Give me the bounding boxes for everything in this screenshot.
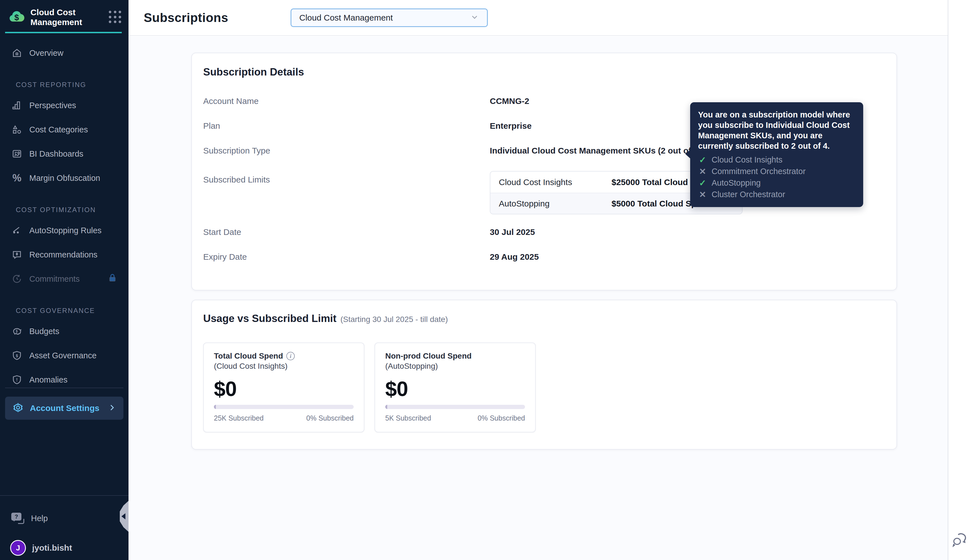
sidebar-item-margin-obfuscation[interactable]: % Margin Obfuscation bbox=[0, 166, 129, 190]
chat-support-icon[interactable] bbox=[952, 532, 968, 547]
percent-glyph: % bbox=[12, 173, 22, 183]
tooltip-text: You are on a subscription model where yo… bbox=[698, 110, 855, 151]
sidebar-item-label: Commitments bbox=[29, 274, 80, 284]
lock-icon bbox=[108, 273, 117, 285]
gear-icon bbox=[12, 402, 24, 414]
sidebar-item-label: Overview bbox=[29, 48, 63, 58]
field-value: 29 Aug 2025 bbox=[490, 252, 885, 262]
tooltip-sku-row: ✕ Commitment Orchestrator bbox=[698, 166, 855, 177]
sidebar-item-account-settings[interactable]: Account Settings bbox=[5, 397, 124, 420]
sidebar-item-label: Cost Categories bbox=[29, 125, 88, 134]
usage-progress-bar bbox=[385, 405, 525, 409]
sidebar-divider bbox=[5, 388, 124, 388]
module-grid-icon[interactable] bbox=[109, 11, 122, 24]
dashboard-image-icon bbox=[11, 148, 23, 160]
field-label: Start Date bbox=[203, 227, 490, 237]
home-icon bbox=[11, 47, 23, 58]
help-chat-icon: ? bbox=[11, 513, 24, 524]
sidebar-section-cost-optimization: COST OPTIMIZATION bbox=[0, 202, 129, 218]
sidebar-section-cost-governance: COST GOVERNANCE bbox=[0, 302, 129, 319]
sidebar-item-overview[interactable]: Overview bbox=[0, 41, 129, 65]
field-label: Subscription Type bbox=[203, 146, 490, 155]
sidebar-item-help[interactable]: ? Help bbox=[0, 507, 129, 530]
logo-dollar-glyph: $ bbox=[14, 13, 19, 22]
tile-subtitle: (AutoStopping) bbox=[385, 362, 525, 371]
sidebar-item-label: AutoStopping Rules bbox=[29, 226, 102, 235]
field-label: Expiry Date bbox=[203, 252, 490, 262]
sku-name: AutoStopping bbox=[499, 199, 611, 208]
avatar: J bbox=[10, 540, 26, 556]
account-settings-label: Account Settings bbox=[30, 403, 100, 413]
cross-icon: ✕ bbox=[698, 190, 707, 200]
app-root: $ Cloud Cost Management Overview COST RE… bbox=[0, 0, 970, 560]
user-profile-row[interactable]: J jyoti.bisht bbox=[0, 536, 129, 560]
field-value: Individual Cloud Cost Management SKUs (2… bbox=[490, 146, 701, 155]
sidebar-item-autostopping-rules[interactable]: AutoStopping Rules bbox=[0, 218, 129, 243]
app-title: Cloud Cost Management bbox=[30, 7, 84, 27]
tooltip-arrow bbox=[685, 149, 691, 159]
percent-icon: % bbox=[11, 172, 23, 184]
sidebar-item-label: Recommendations bbox=[29, 250, 97, 260]
check-icon: ✓ bbox=[698, 155, 707, 165]
sidebar-item-label: Budgets bbox=[29, 327, 59, 336]
tooltip-sku-row: ✕ Cluster Orchestrator bbox=[698, 189, 855, 200]
shapes-icon bbox=[11, 124, 23, 135]
subscription-type-tooltip: You are on a subscription model where yo… bbox=[690, 102, 863, 207]
sidebar-nav: Overview COST REPORTING Perspectives Cos… bbox=[0, 41, 129, 392]
tile-amount: $0 bbox=[385, 377, 525, 401]
field-row-expiry-date: Expiry Date 29 Aug 2025 bbox=[203, 245, 885, 269]
sidebar-logo-row: $ Cloud Cost Management bbox=[8, 7, 122, 27]
sidebar-item-cost-categories[interactable]: Cost Categories bbox=[0, 117, 129, 142]
piggy-bank-icon: $ bbox=[11, 326, 23, 337]
tooltip-sku-name: AutoStopping bbox=[711, 178, 761, 188]
field-value: 30 Jul 2025 bbox=[490, 227, 885, 237]
page-title: Subscriptions bbox=[144, 11, 228, 25]
user-name: jyoti.bisht bbox=[32, 543, 72, 553]
usage-title: Usage vs Subscribed Limit bbox=[203, 313, 337, 325]
tile-amount: $0 bbox=[214, 377, 354, 401]
tooltip-sku-list: ✓ Cloud Cost Insights ✕ Commitment Orche… bbox=[698, 154, 855, 200]
sku-name: Cloud Cost Insights bbox=[499, 177, 611, 187]
svg-text:$: $ bbox=[16, 353, 18, 358]
tile-title: Total Cloud Spend bbox=[214, 352, 283, 360]
chevron-right-icon bbox=[108, 403, 116, 413]
check-icon: ✓ bbox=[698, 178, 707, 188]
tooltip-sku-row: ✓ AutoStopping bbox=[698, 177, 855, 189]
subscribed-amount: 25K Subscribed bbox=[214, 414, 264, 422]
shield-dollar-icon: $ bbox=[11, 350, 23, 361]
page-header: Subscriptions Cloud Cost Management bbox=[129, 0, 948, 36]
right-rail bbox=[948, 0, 970, 560]
usage-vs-limit-card: Usage vs Subscribed Limit (Starting 30 J… bbox=[191, 300, 897, 450]
svg-text:!: ! bbox=[16, 377, 17, 382]
sidebar-item-recommendations[interactable]: Recommendations bbox=[0, 243, 129, 267]
sidebar-section-cost-reporting: COST REPORTING bbox=[0, 76, 129, 93]
sidebar-item-commitments[interactable]: Commitments bbox=[0, 267, 129, 291]
sidebar: $ Cloud Cost Management Overview COST RE… bbox=[0, 0, 129, 560]
progress-fill bbox=[385, 405, 387, 409]
sidebar-item-budgets[interactable]: $ Budgets bbox=[0, 319, 129, 343]
tooltip-sku-name: Cluster Orchestrator bbox=[711, 190, 785, 199]
commitments-clock-icon bbox=[11, 273, 23, 285]
module-select-dropdown[interactable]: Cloud Cost Management bbox=[290, 8, 488, 27]
tooltip-sku-name: Commitment Orchestrator bbox=[711, 167, 806, 176]
cloud-cost-logo-icon: $ bbox=[8, 8, 25, 26]
sidebar-item-perspectives[interactable]: Perspectives bbox=[0, 93, 129, 117]
recommendation-icon bbox=[11, 249, 23, 260]
sidebar-footer-divider bbox=[0, 495, 129, 496]
tooltip-sku-row: ✓ Cloud Cost Insights bbox=[698, 154, 855, 166]
usage-tiles: Total Cloud Spend i (Cloud Cost Insights… bbox=[203, 343, 885, 432]
info-icon[interactable]: i bbox=[286, 352, 295, 360]
tile-title: Non-prod Cloud Spend bbox=[385, 352, 471, 360]
subscribed-percent: 0% Subscribed bbox=[306, 414, 354, 422]
sidebar-item-bi-dashboards[interactable]: BI Dashboards bbox=[0, 142, 129, 166]
usage-tile-total-cloud-spend: Total Cloud Spend i (Cloud Cost Insights… bbox=[203, 343, 364, 432]
subscribed-amount: 5K Subscribed bbox=[385, 414, 431, 422]
sidebar-item-asset-governance[interactable]: $ Asset Governance bbox=[0, 343, 129, 368]
bar-chart-icon bbox=[11, 100, 23, 111]
sidebar-item-label: Anomalies bbox=[29, 375, 67, 385]
sidebar-item-anomalies[interactable]: ! Anomalies bbox=[0, 368, 129, 392]
autostopping-icon bbox=[11, 225, 23, 236]
tile-subtitle: (Cloud Cost Insights) bbox=[214, 362, 354, 371]
usage-subtitle: (Starting 30 Jul 2025 - till date) bbox=[341, 315, 448, 324]
sidebar-item-label: Perspectives bbox=[29, 101, 76, 110]
